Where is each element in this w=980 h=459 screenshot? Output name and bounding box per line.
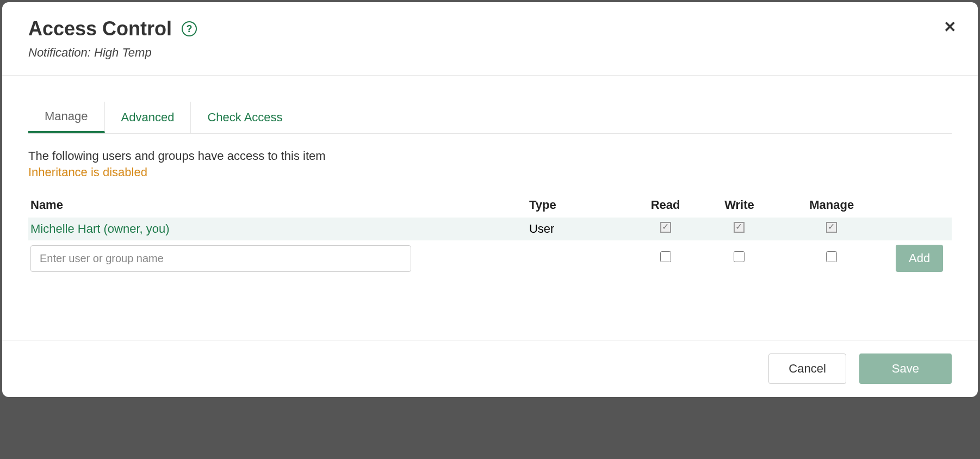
close-button[interactable]: ✕	[944, 20, 956, 35]
inheritance-warning: Inheritance is disabled	[28, 165, 952, 179]
cancel-button[interactable]: Cancel	[768, 353, 846, 384]
info-description: The following users and groups have acce…	[28, 149, 952, 163]
header-write: Write	[703, 193, 777, 218]
modal-header: Access Control ? Notification: High Temp…	[2, 2, 978, 76]
modal-footer: Cancel Save	[2, 340, 978, 397]
add-read-cell	[629, 240, 703, 276]
header-read: Read	[629, 193, 703, 218]
title-row: Access Control ?	[28, 17, 952, 40]
close-icon: ✕	[944, 18, 956, 35]
access-table: Name Type Read Write Manage Michelle Har…	[28, 193, 952, 276]
table-row-owner: Michelle Hart (owner, you) User	[28, 218, 952, 240]
row-read-cell	[629, 218, 703, 240]
header-manage: Manage	[776, 193, 887, 218]
header-name: Name	[28, 193, 527, 218]
row-name: Michelle Hart (owner, you)	[28, 218, 527, 240]
modal-body: Manage Advanced Check Access The followi…	[2, 76, 978, 340]
checkbox-read-locked-icon	[660, 222, 671, 233]
row-action-cell	[887, 218, 952, 240]
table-header-row: Name Type Read Write Manage	[28, 193, 952, 218]
modal-subtitle: Notification: High Temp	[28, 46, 952, 60]
checkbox-manage-locked-icon	[826, 222, 837, 233]
row-manage-cell	[776, 218, 887, 240]
tabs: Manage Advanced Check Access	[28, 102, 952, 134]
save-button[interactable]: Save	[859, 353, 952, 384]
checkbox-read[interactable]	[660, 251, 671, 262]
modal-title: Access Control	[28, 17, 172, 40]
add-write-cell	[703, 240, 777, 276]
table-row-add: Add	[28, 240, 952, 276]
info-block: The following users and groups have acce…	[28, 149, 952, 179]
help-icon[interactable]: ?	[182, 21, 197, 36]
header-type: Type	[527, 193, 629, 218]
checkbox-write[interactable]	[734, 251, 745, 262]
user-group-input[interactable]	[30, 245, 411, 272]
checkbox-manage[interactable]	[826, 251, 837, 262]
tab-check-access[interactable]: Check Access	[191, 102, 299, 133]
add-name-cell	[28, 240, 527, 276]
add-type-cell	[527, 240, 629, 276]
add-action-cell: Add	[887, 240, 952, 276]
checkbox-write-locked-icon	[734, 222, 745, 233]
access-control-modal: Access Control ? Notification: High Temp…	[2, 2, 978, 397]
tab-manage[interactable]: Manage	[28, 102, 105, 133]
row-write-cell	[703, 218, 777, 240]
row-type: User	[527, 218, 629, 240]
add-button[interactable]: Add	[896, 245, 943, 272]
add-manage-cell	[776, 240, 887, 276]
header-action	[887, 193, 952, 218]
tab-advanced[interactable]: Advanced	[105, 102, 191, 133]
